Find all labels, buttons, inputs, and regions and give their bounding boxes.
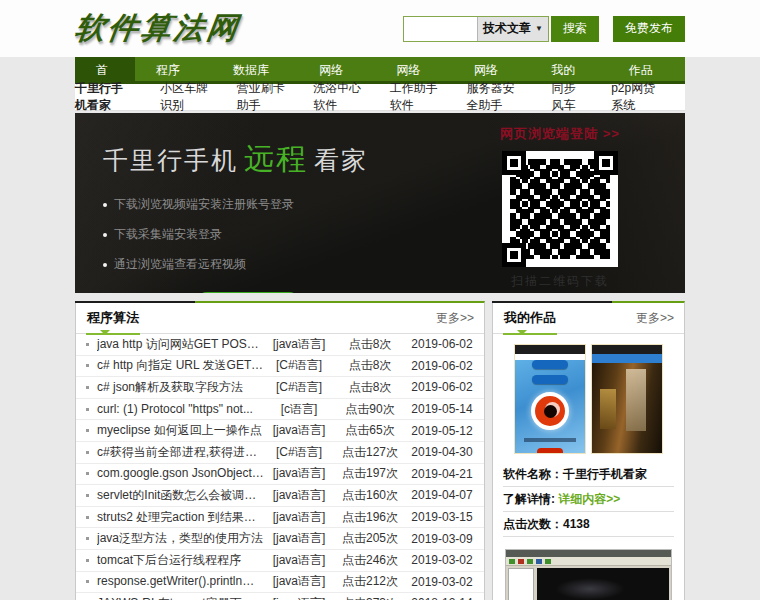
articles-more-link[interactable]: 更多>>	[436, 310, 474, 327]
bullet-dot-icon	[86, 537, 89, 540]
banner-bullet: 下载浏览视频端安装注册账号登录	[103, 196, 435, 213]
article-title-link[interactable]: response.getWriter().println与o...	[97, 573, 264, 590]
work-detail-label: 了解详情:	[503, 492, 555, 506]
article-row: java泛型方法，类型的使用方法 [java语言] 点击205次 2019-03…	[76, 528, 484, 550]
search-category-label: 技术文章	[483, 20, 531, 37]
subnav-item-bath-software[interactable]: 洗浴中心软件	[313, 80, 364, 114]
banner-title-highlight: 远程	[244, 142, 308, 175]
article-title-link[interactable]: c#获得当前全部进程,获得进程路径	[97, 444, 264, 461]
works-header: 我的作品 更多>>	[493, 303, 684, 334]
article-list: java http 访问网站GET POST请求，上传的方法... [java语…	[76, 334, 484, 600]
works-section: 我的作品 更多>>	[492, 301, 685, 600]
nav-item-database[interactable]: 数据库知识	[212, 57, 298, 81]
article-title-link[interactable]: com.google.gson JsonObject 数组遍...	[97, 465, 264, 482]
article-title-link[interactable]: java泛型方法，类型的使用方法	[97, 530, 264, 547]
article-clicks: 点击90次	[334, 401, 406, 418]
site-logo[interactable]: 软件算法网	[72, 8, 243, 49]
articles-section: 程序算法 更多>> java http 访问网站GET POST请求，上传的方法…	[75, 301, 485, 600]
camera-view-screenshot[interactable]	[591, 344, 663, 454]
article-row: struts2 处理完action 到结果页url不会变的原... [java语…	[76, 507, 484, 529]
free-publish-button[interactable]: 免费发布	[613, 16, 685, 42]
article-clicks: 点击205次	[334, 530, 406, 547]
nav-item-network-security[interactable]: 网络安全	[298, 57, 375, 81]
article-title-link[interactable]: curl: (1) Protocol "https" not...	[97, 402, 264, 416]
article-title-link[interactable]: struts2 处理完action 到结果页url不会变的原...	[97, 509, 264, 526]
article-tag: [C#语言]	[264, 357, 334, 374]
subnav: 千里行手机看家 小区车牌识别 营业刷卡助手 洗浴中心软件 工作助手软件 服务器安…	[75, 84, 685, 111]
subnav-item-server-security[interactable]: 服务器安全助手	[466, 80, 525, 114]
article-title-link[interactable]: java http 访问网站GET POST请求，上传的方法...	[97, 336, 264, 353]
article-title-link[interactable]: myeclipse 如何返回上一操作点	[97, 422, 264, 439]
article-date: 2019-03-02	[406, 575, 478, 589]
article-date: 2019-03-02	[406, 553, 478, 567]
hero-banner: 千里行手机远程看家 下载浏览视频端安装注册账号登录 下载采集端安装登录 通过浏览…	[75, 113, 685, 293]
header: 软件算法网 技术文章 ▼ 搜索 免费发布	[0, 0, 760, 57]
work-detail-link[interactable]: 详细内容>>	[558, 492, 620, 506]
article-clicks: 点击246次	[334, 552, 406, 569]
article-tag: [java语言]	[264, 422, 334, 439]
article-title-link[interactable]: tomcat下后台运行线程程序	[97, 552, 264, 569]
bullet-dot-icon	[86, 580, 89, 583]
subnav-item-phone-guard[interactable]: 千里行手机看家	[75, 80, 134, 114]
banner-enter-button[interactable]: 点击进入>>	[195, 292, 301, 293]
qr-caption: 扫描二维码下载	[435, 273, 685, 290]
phone-app-screenshot[interactable]	[514, 344, 586, 454]
nav-item-works-gallery[interactable]: 作品展示	[608, 57, 685, 81]
subnav-item-work-assistant[interactable]: 工作助手软件	[390, 80, 441, 114]
search-input[interactable]	[404, 18, 477, 40]
qr-finder-icon	[502, 243, 526, 267]
subnav-item-card-assistant[interactable]: 营业刷卡助手	[237, 80, 288, 114]
article-tag: [java语言]	[264, 552, 334, 569]
bullet-dot-icon	[86, 559, 89, 562]
article-row: com.google.gson JsonObject 数组遍... [java语…	[76, 464, 484, 486]
nav-item-home[interactable]: 首页	[75, 57, 135, 81]
bullet-dot-icon	[86, 408, 89, 411]
banner-left: 千里行手机远程看家 下载浏览视频端安装注册账号登录 下载采集端安装登录 通过浏览…	[75, 113, 435, 293]
article-title-link[interactable]: c# json解析及获取字段方法	[97, 379, 264, 396]
nav-item-my-works[interactable]: 我的作品	[530, 57, 607, 81]
articles-title: 程序算法	[86, 302, 140, 335]
article-tag: [C#语言]	[264, 444, 334, 461]
article-date: 2019-04-30	[406, 445, 478, 459]
banner-bullet-text: 下载浏览视频端安装注册账号登录	[114, 196, 294, 213]
article-title-link[interactable]: JAXWS-RI 在tomcat容器下建立webservic...	[97, 595, 264, 600]
article-clicks: 点击8次	[334, 357, 406, 374]
article-row: JAXWS-RI 在tomcat容器下建立webservic... [java语…	[76, 593, 484, 600]
web-browser-login-link[interactable]: 网页浏览端登陆 >>	[435, 125, 685, 143]
desktop-app-screenshot[interactable]	[505, 549, 672, 600]
article-clicks: 点击373次	[334, 595, 406, 600]
work-clicks-value: 4138	[563, 517, 590, 531]
bullet-dot-icon	[86, 343, 89, 346]
article-date: 2019-04-07	[406, 488, 478, 502]
banner-title-suffix: 看家	[314, 146, 368, 174]
nav-item-network-code[interactable]: 网络代码	[376, 57, 453, 81]
qr-code-image	[502, 151, 618, 267]
nav-item-algorithms[interactable]: 程序算法	[135, 57, 212, 81]
article-date: 2019-03-09	[406, 532, 478, 546]
banner-bullet-text: 通过浏览端查看远程视频	[114, 256, 246, 273]
article-tag: [java语言]	[264, 336, 334, 353]
subnav-item-p2p-loan[interactable]: p2p网贷系统	[611, 80, 659, 114]
article-clicks: 点击160次	[334, 487, 406, 504]
article-row: servlet的Init函数怎么会被调用两次或者多次原因 [java语言] 点击…	[76, 485, 484, 507]
banner-bullet-text: 下载采集端安装登录	[114, 226, 222, 243]
works-more-link[interactable]: 更多>>	[636, 310, 674, 327]
article-date: 2019-05-12	[406, 424, 478, 438]
bullet-dot-icon	[103, 233, 107, 237]
bullet-dot-icon	[86, 451, 89, 454]
qr-finder-icon	[594, 151, 618, 175]
bullet-dot-icon	[86, 494, 89, 497]
search-button[interactable]: 搜索	[551, 16, 599, 42]
subnav-item-sync-windmill[interactable]: 同步风车	[551, 80, 585, 114]
banner-bullet: 下载采集端安装登录	[103, 226, 435, 243]
banner-bullet-list: 下载浏览视频端安装注册账号登录 下载采集端安装登录 通过浏览端查看远程视频	[103, 196, 435, 273]
work-name-label: 软件名称：	[503, 467, 563, 481]
subnav-item-plate-recognize[interactable]: 小区车牌识别	[160, 80, 211, 114]
nav-item-network-promotion[interactable]: 网络推广	[453, 57, 530, 81]
bullet-dot-icon	[103, 203, 107, 207]
search-category-select[interactable]: 技术文章 ▼	[477, 17, 548, 41]
article-title-link[interactable]: servlet的Init函数怎么会被调用两次或者多次原因	[97, 487, 264, 504]
article-title-link[interactable]: c# http 向指定 URL 发送GET POST方法的请...	[97, 357, 264, 374]
works-title: 我的作品	[503, 302, 557, 335]
article-clicks: 点击127次	[334, 444, 406, 461]
